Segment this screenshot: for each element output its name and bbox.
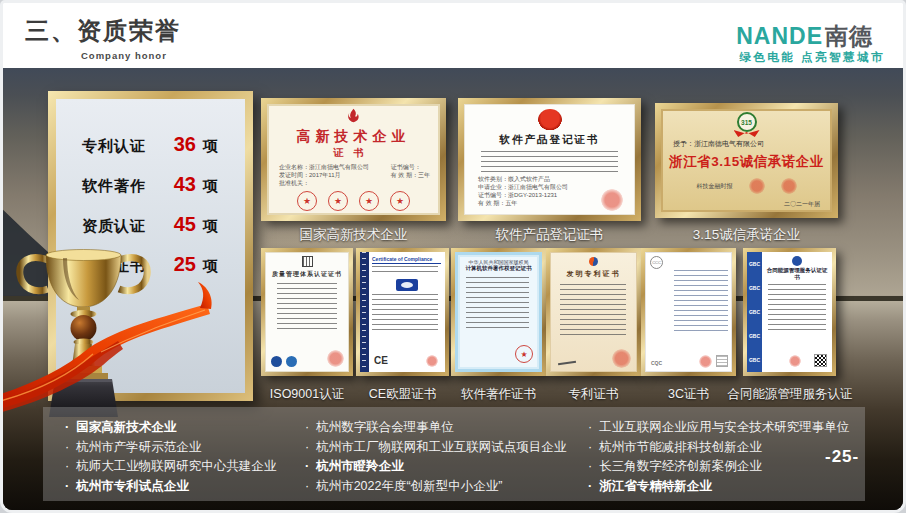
- bullet-icon: ·: [588, 440, 592, 454]
- iaf-logo-icon: [271, 356, 282, 367]
- stat-value: 43: [164, 173, 196, 196]
- ce-mark: CE: [374, 355, 388, 366]
- company-logo: NANDE南德: [736, 21, 873, 52]
- slide: 专利认证 36 项 软件著作 43 项 资质认证 45 项 荣誉证书 25: [0, 0, 906, 513]
- honor-item: ·杭师大工业物联网研究中心共建企业: [65, 457, 305, 477]
- certificate-software-copyright-inner: 中华人民共和国国家版权局 计算机软件著作权登记证书 ★: [455, 252, 542, 372]
- bullet-icon: ·: [588, 459, 592, 473]
- bullet-icon: ·: [305, 440, 309, 454]
- stat-label: 专利认证: [82, 137, 164, 156]
- honor-item: ·工业互联网企业应用与安全技术研究理事单位: [588, 418, 858, 438]
- cert-caption: 3.15诚信承诺企业: [655, 226, 838, 244]
- honor-item: ·杭州数字联合会理事单位: [305, 418, 588, 438]
- cert-caption: 软件著作证书: [451, 386, 546, 403]
- honors-column-2: ·杭州数字联合会理事单位 ·杭州市工厂物联网和工业互联网试点项目企业 ·杭州市瞪…: [305, 418, 588, 501]
- award-line: 授予：浙江南德电气有限公司: [661, 139, 832, 149]
- certificate-315: 315 授予：浙江南德电气有限公司 浙江省3.15诚信承诺企业 科技金融时报 二…: [655, 103, 838, 218]
- bullet-icon: ·: [305, 459, 309, 473]
- stat-row: 资质认证 45 项: [82, 213, 245, 236]
- cert-caption: 专利证书: [546, 386, 641, 403]
- 315-emblem-icon: 315: [737, 112, 757, 132]
- red-seal-icon: ★: [359, 191, 379, 211]
- qr-code: [814, 354, 827, 367]
- page-subtitle: Company honor: [81, 50, 167, 61]
- cert-subtitle: 证书: [267, 146, 440, 160]
- honor-item: ·杭州市2022年度“创新型中小企业”: [305, 477, 588, 497]
- gbc-label: GBC: [749, 333, 760, 339]
- cert-title: 高新技术企业: [267, 128, 440, 146]
- red-seal-icon: [699, 355, 712, 368]
- cert-body-text: [560, 284, 626, 336]
- cert-title: 计算机软件著作权登记证书: [458, 265, 539, 272]
- red-seal-icon: [789, 355, 801, 367]
- certificate-hitech-inner: 高新技术企业 证书 企业名称：浙江南德电气有限公司 发证时间：2017年11月 …: [267, 104, 440, 215]
- certificate-energy-management: GBC GBC GBC GBC GBC 合同能源管理服务认证证书: [743, 248, 836, 376]
- cert-year: 二〇二一年届: [784, 200, 820, 209]
- cert-field: 批准机关：: [279, 179, 369, 187]
- cert-field: 有 效 期：三年: [391, 171, 430, 179]
- red-seal-icon: [749, 178, 765, 194]
- bullet-icon: ·: [65, 479, 69, 493]
- certificate-iso9001-inner: 质量管理体系认证证书: [265, 252, 349, 372]
- honor-item: ·杭州市产学研示范企业: [65, 438, 305, 458]
- cert-body-text: [466, 277, 529, 329]
- bullet-icon: ·: [65, 459, 69, 473]
- ce-side-band: [360, 252, 369, 372]
- signature: [558, 360, 576, 364]
- red-seal-icon: ★: [328, 191, 348, 211]
- honor-item: ·国家高新技术企业: [65, 418, 305, 438]
- honors-column-3: ·工业互联网企业应用与安全技术研究理事单位 ·杭州市节能减排科技创新企业 ·长三…: [588, 418, 858, 501]
- cert-body-text: [768, 284, 826, 332]
- cnas-logo-icon: [286, 356, 297, 367]
- certificate-hitech: 高新技术企业 证书 企业名称：浙江南德电气有限公司 发证时间：2017年11月 …: [261, 98, 446, 221]
- red-seal-icon: [327, 350, 344, 367]
- cert-title: 质量管理体系认证证书: [265, 270, 349, 279]
- trophy-image: [1, 244, 216, 419]
- honor-item: ·杭州市瞪羚企业: [305, 457, 588, 477]
- cert-title: 发明专利证书: [550, 269, 637, 279]
- cert-body-text: [372, 266, 438, 276]
- honor-item: ·长三角数字经济创新案例企业: [588, 457, 858, 477]
- bullet-icon: ·: [588, 420, 592, 434]
- certificate-energy-management-inner: GBC GBC GBC GBC GBC 合同能源管理服务认证证书: [747, 252, 832, 372]
- cert-title: 合同能源管理服务认证证书: [765, 267, 829, 281]
- cert-body-text: [481, 151, 618, 173]
- cert-field: 企业名称：浙江南德电气有限公司: [279, 163, 369, 171]
- page-number: -25-: [825, 447, 859, 467]
- stat-value: 45: [164, 213, 196, 236]
- certificate-patent-inner: 发明专利证书: [550, 252, 637, 372]
- certificate-software-registration: 软件产品登记证书 软件类别：嵌入式软件产品 申请企业：浙江南德电气有限公司 证书…: [458, 98, 641, 221]
- bullet-icon: ·: [65, 440, 69, 454]
- bullet-icon: ·: [65, 420, 69, 434]
- logo-cn: 南德: [825, 23, 873, 49]
- cert-caption: 国家高新技术企业: [261, 226, 446, 244]
- red-seal-icon: [426, 355, 438, 367]
- patent-logo-icon: [589, 257, 598, 266]
- cert-caption: 合同能源管理服务认证: [719, 386, 861, 403]
- red-seal-icon: ★: [515, 345, 533, 363]
- page-title: 三、资质荣誉: [25, 15, 181, 47]
- cert-body-text: [277, 283, 337, 329]
- cert-title: 软件产品登记证书: [464, 133, 635, 147]
- stat-unit: 项: [203, 177, 218, 196]
- certificate-patent: 发明专利证书: [546, 248, 641, 376]
- cert-caption: ISO9001认证: [261, 386, 353, 403]
- cert-caption: 软件产品登记证书: [458, 226, 641, 244]
- flame-icon: [346, 108, 361, 123]
- red-seal-icon: ★: [297, 191, 317, 211]
- honor-item: ·杭州市专利试点企业: [65, 477, 305, 497]
- stamp-box: [716, 355, 728, 367]
- cert-body-text: [372, 294, 438, 334]
- honor-item: ·杭州市节能减排科技创新企业: [588, 438, 858, 458]
- red-seal-icon: [601, 189, 623, 211]
- certificate-315-inner: 315 授予：浙江南德电气有限公司 浙江省3.15诚信承诺企业 科技金融时报 二…: [661, 109, 832, 212]
- certificate-iso9001: 质量管理体系认证证书: [261, 248, 353, 376]
- honors-panel: ·国家高新技术企业 ·杭州市产学研示范企业 ·杭师大工业物联网研究中心共建企业 …: [43, 407, 865, 501]
- cert-field: 证书编号：: [391, 163, 430, 171]
- stat-value: 36: [164, 133, 196, 156]
- certificate-ce-inner: Certificate of Compliance CE: [360, 252, 445, 372]
- certificate-software-registration-inner: 软件产品登记证书 软件类别：嵌入式软件产品 申请企业：浙江南德电气有限公司 证书…: [464, 104, 635, 215]
- red-seal-icon: [781, 178, 797, 194]
- cqc-mark: CQC: [651, 360, 662, 366]
- honors-column-1: ·国家高新技术企业 ·杭州市产学研示范企业 ·杭师大工业物联网研究中心共建企业 …: [65, 418, 305, 501]
